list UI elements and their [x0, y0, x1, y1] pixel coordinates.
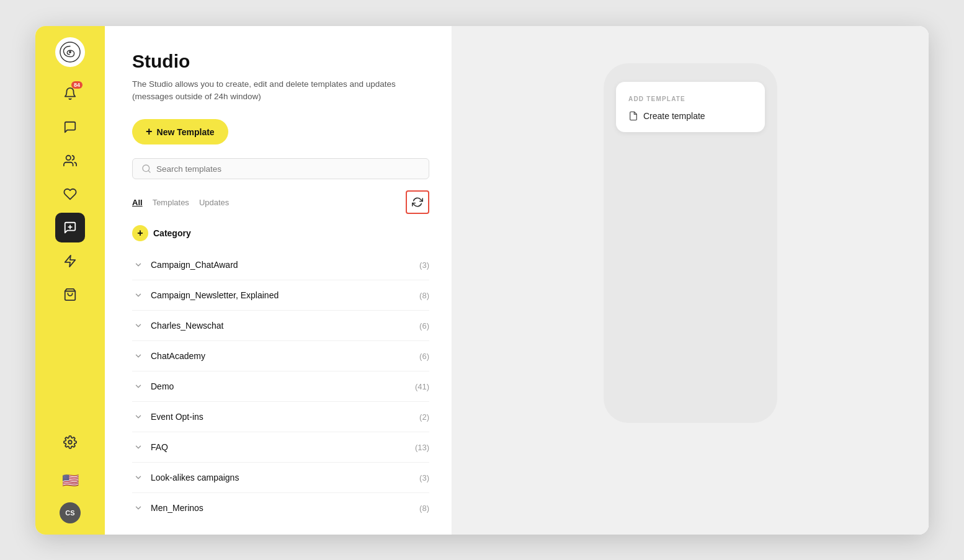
- chevron-down-icon: [132, 471, 145, 484]
- shop-icon-wrap[interactable]: [55, 280, 85, 309]
- template-count: (8): [419, 504, 429, 513]
- template-item[interactable]: Look-alikes campaigns (3): [132, 463, 429, 493]
- template-name: Men_Merinos: [151, 503, 419, 513]
- team-icon: [63, 187, 77, 201]
- compose-icon-wrap[interactable]: [55, 213, 85, 242]
- team-icon-wrap[interactable]: [55, 179, 85, 209]
- page-title: Studio: [132, 51, 429, 72]
- search-input[interactable]: [156, 164, 420, 174]
- user-avatar[interactable]: CS: [60, 502, 81, 523]
- template-name: Campaign_ChatAward: [151, 260, 419, 270]
- template-item[interactable]: Men_Merinos (8): [132, 493, 429, 522]
- sidebar: 84: [35, 26, 105, 535]
- filter-tab-updates[interactable]: Updates: [199, 195, 235, 210]
- category-label: Category: [153, 228, 191, 238]
- template-name: FAQ: [151, 442, 415, 452]
- template-item[interactable]: FAQ (13): [132, 432, 429, 463]
- phone-mockup: ADD TEMPLATE Create template: [604, 63, 777, 423]
- flag-icon: 🇺🇸: [62, 473, 79, 489]
- right-panel: ADD TEMPLATE Create template: [452, 26, 929, 535]
- notification-badge: 84: [71, 81, 83, 89]
- refresh-button[interactable]: [406, 190, 429, 214]
- new-template-button[interactable]: + New Template: [132, 119, 228, 144]
- chevron-down-icon: [132, 319, 145, 332]
- template-name: Campaign_Newsletter, Explained: [151, 290, 419, 300]
- svg-point-7: [68, 440, 72, 444]
- app-logo[interactable]: [55, 37, 85, 67]
- svg-point-2: [66, 155, 71, 159]
- notification-icon-wrap[interactable]: 84: [55, 79, 85, 109]
- plus-icon: +: [146, 125, 153, 138]
- template-count: (6): [419, 321, 429, 331]
- template-name: Demo: [151, 381, 415, 391]
- category-add-button[interactable]: +: [132, 225, 148, 241]
- add-template-label: ADD TEMPLATE: [628, 96, 752, 102]
- template-item[interactable]: Charles_Newschat (6): [132, 311, 429, 341]
- bolt-icon-wrap[interactable]: [55, 246, 85, 276]
- filter-tab-all[interactable]: All: [132, 195, 149, 210]
- new-template-label: New Template: [157, 127, 215, 137]
- notification-icon: [63, 87, 77, 100]
- chat-icon-wrap[interactable]: [55, 112, 85, 142]
- chevron-down-icon: [132, 380, 145, 393]
- chevron-down-icon: [132, 441, 145, 453]
- search-box: [132, 158, 429, 179]
- settings-icon-wrap[interactable]: [55, 427, 85, 457]
- template-count: (2): [419, 412, 429, 422]
- main-content: Studio The Studio allows you to create, …: [105, 26, 929, 535]
- search-icon: [141, 164, 151, 174]
- template-name: Look-alikes campaigns: [151, 473, 419, 482]
- template-item[interactable]: Demo (41): [132, 371, 429, 402]
- refresh-icon: [412, 197, 423, 208]
- template-count: (3): [419, 473, 429, 482]
- template-item[interactable]: Campaign_Newsletter, Explained (8): [132, 280, 429, 311]
- shop-icon: [63, 288, 77, 301]
- filter-tab-templates[interactable]: Templates: [153, 195, 195, 210]
- svg-line-9: [148, 171, 150, 172]
- left-panel: Studio The Studio allows you to create, …: [105, 26, 452, 535]
- flag-icon-wrap[interactable]: 🇺🇸: [55, 466, 85, 496]
- template-count: (3): [419, 260, 429, 270]
- category-header: + Category: [132, 225, 429, 241]
- chevron-down-icon: [132, 411, 145, 423]
- template-name: ChatAcademy: [151, 351, 419, 361]
- template-count: (13): [415, 443, 429, 452]
- template-name: Event Opt-ins: [151, 412, 419, 422]
- compose-icon: [63, 221, 77, 234]
- add-template-card: ADD TEMPLATE Create template: [616, 82, 765, 132]
- template-name: Charles_Newschat: [151, 321, 419, 331]
- chevron-down-icon: [132, 259, 145, 271]
- chat-icon: [63, 120, 77, 134]
- svg-marker-5: [65, 255, 76, 266]
- template-item[interactable]: ChatAcademy (6): [132, 341, 429, 371]
- template-list: Campaign_ChatAward (3) Campaign_Newslett…: [132, 250, 429, 522]
- contacts-icon-wrap[interactable]: [55, 146, 85, 176]
- template-count: (41): [415, 382, 429, 391]
- template-item[interactable]: Event Opt-ins (2): [132, 402, 429, 432]
- create-template-text: Create template: [643, 111, 705, 121]
- settings-icon: [63, 435, 77, 449]
- doc-icon: [628, 111, 638, 121]
- filter-bar: All Templates Updates: [132, 190, 429, 214]
- chevron-down-icon: [132, 350, 145, 362]
- page-description: The Studio allows you to create, edit an…: [132, 78, 429, 104]
- template-item[interactable]: Campaign_ChatAward (3): [132, 250, 429, 280]
- create-template-row[interactable]: Create template: [628, 111, 752, 121]
- template-count: (6): [419, 352, 429, 361]
- bolt-icon: [63, 254, 77, 268]
- chevron-down-icon: [132, 502, 145, 514]
- chevron-down-icon: [132, 289, 145, 301]
- contacts-icon: [63, 154, 77, 167]
- svg-point-1: [69, 51, 71, 53]
- template-count: (8): [419, 291, 429, 300]
